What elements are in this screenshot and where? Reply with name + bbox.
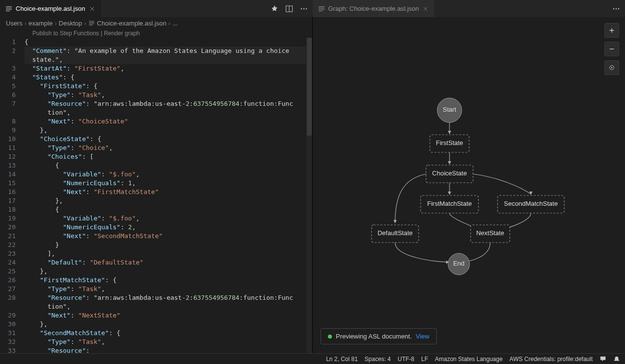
close-icon[interactable] — [88, 5, 96, 13]
codelens-actions: Publish to Step Functions | Render graph — [0, 29, 312, 38]
codelens-render[interactable]: Render graph — [104, 30, 140, 37]
breadcrumb[interactable]: Users› example› Desktop› Choice-example.… — [0, 17, 312, 29]
graph-pane: Start FirstState ChoiceState FirstMatchS… — [313, 17, 625, 353]
status-eol[interactable]: LF — [421, 356, 428, 363]
feedback-icon[interactable] — [600, 356, 606, 363]
split-icon[interactable] — [285, 5, 293, 13]
svg-point-3 — [303, 8, 304, 9]
status-credentials[interactable]: AWS Credentials: profile:default — [509, 356, 593, 363]
tab-editor[interactable]: Choice-example.asl.json — [0, 0, 101, 17]
status-language[interactable]: Amazon States Language — [435, 356, 502, 363]
preview-toast: Previewing ASL document. View — [321, 328, 437, 344]
json-file-icon — [88, 20, 95, 26]
graph-node[interactable]: FirstState — [436, 139, 463, 146]
json-file-icon — [5, 5, 13, 13]
breadcrumb-item[interactable]: example — [28, 20, 52, 27]
svg-point-7 — [618, 8, 619, 9]
status-dot-icon — [328, 335, 332, 339]
code-editor[interactable]: 1234567891011121314151617181920212223242… — [0, 38, 312, 353]
copilot-icon[interactable] — [271, 5, 278, 13]
graph-node[interactable]: NextState — [476, 229, 504, 237]
codelens-publish[interactable]: Publish to Step Functions — [32, 30, 99, 37]
editor-pane: Users› example› Desktop› Choice-example.… — [0, 17, 313, 353]
breadcrumb-item[interactable]: Desktop — [59, 20, 82, 27]
breadcrumb-item[interactable]: Users — [6, 20, 23, 27]
graph-file-icon — [318, 5, 325, 13]
more-icon[interactable] — [612, 5, 620, 13]
graph-node[interactable]: Start — [443, 106, 456, 113]
breadcrumb-item[interactable]: Choice-example.asl.json — [97, 20, 167, 27]
state-graph[interactable]: Start FirstState ChoiceState FirstMatchS… — [313, 17, 625, 350]
tab-editor-title: Choice-example.asl.json — [16, 5, 85, 12]
graph-node[interactable]: End — [453, 260, 464, 267]
svg-point-2 — [300, 8, 301, 9]
graph-node[interactable]: FirstMatchState — [427, 200, 472, 207]
graph-node[interactable]: DefaultState — [377, 229, 413, 237]
svg-point-4 — [305, 8, 306, 9]
breadcrumb-item[interactable]: ... — [173, 20, 178, 27]
line-gutter: 1234567891011121314151617181920212223242… — [0, 38, 25, 353]
graph-node[interactable]: SecondMatchState — [504, 200, 558, 207]
svg-point-5 — [613, 8, 614, 9]
minimap[interactable] — [306, 38, 312, 353]
more-icon[interactable] — [300, 5, 308, 13]
tab-graph-title: Graph: Choice-example.asl.json — [328, 5, 419, 12]
close-icon[interactable] — [422, 5, 429, 13]
main-split: Users› example› Desktop› Choice-example.… — [0, 17, 625, 353]
toast-text: Previewing ASL document. — [336, 333, 412, 340]
toast-view-link[interactable]: View — [416, 333, 429, 340]
code-content[interactable]: { "Comment": "An example of the Amazon S… — [25, 38, 312, 353]
graph-node[interactable]: ChoiceState — [432, 170, 467, 177]
status-encoding[interactable]: UTF-8 — [398, 356, 414, 363]
status-spaces[interactable]: Spaces: 4 — [365, 356, 391, 363]
tab-graph[interactable]: Graph: Choice-example.asl.json — [313, 0, 435, 17]
tab-bar: Choice-example.asl.json Graph: Choice-ex… — [0, 0, 625, 17]
status-bar: Ln 2, Col 81 Spaces: 4 UTF-8 LF Amazon S… — [0, 353, 625, 364]
status-position[interactable]: Ln 2, Col 81 — [326, 356, 358, 363]
notifications-icon[interactable] — [613, 356, 620, 363]
svg-point-6 — [616, 8, 617, 9]
